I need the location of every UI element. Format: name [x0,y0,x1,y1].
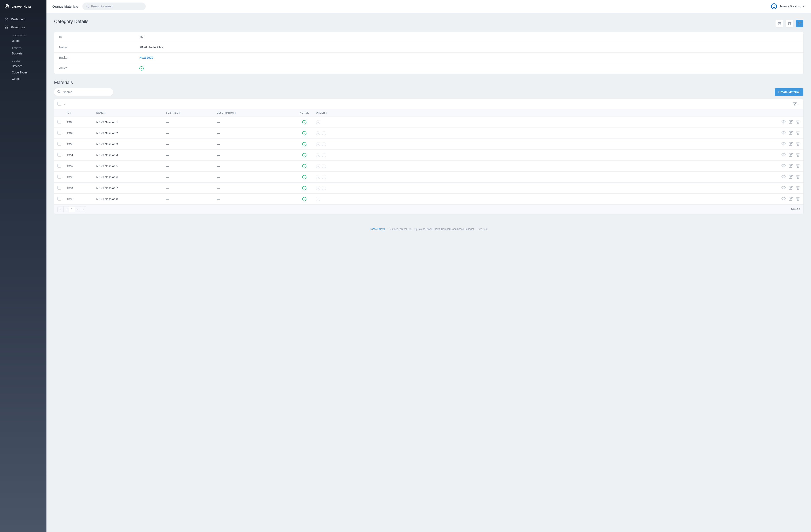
delete-button[interactable] [796,142,800,146]
cell-subtitle: — [166,154,217,157]
sidebar-group-label: ACCOUNTS [0,31,46,37]
search-input[interactable] [82,2,146,10]
order-up-button[interactable] [322,142,326,146]
bucket-link[interactable]: Next 2020 [139,56,153,59]
page-prev[interactable]: ‹ [63,206,69,213]
page-title: Category Details [54,19,89,24]
select-all-checkbox[interactable] [58,102,61,106]
col-order[interactable]: ORDER [316,111,341,114]
cell-active [293,164,316,168]
cell-name: NEXT Session 7 [96,186,166,190]
sidebar-item-codes[interactable]: Codes [0,76,46,82]
cell-name: NEXT Session 2 [96,131,166,135]
sidebar-item-batches[interactable]: Batches [0,63,46,69]
detail-value: 168 [139,35,144,38]
order-down-button[interactable] [316,186,320,190]
pagination-info: 1-8 of 8 [791,208,800,211]
order-up-button[interactable] [322,153,326,157]
materials-table: ID NAME SUBTITLE DESCRIPTION ACTIVE ORDE… [54,99,804,214]
materials-search-input[interactable] [54,88,113,96]
edit-button[interactable] [789,153,793,157]
order-down-button[interactable] [316,142,320,146]
row-checkbox[interactable] [58,120,61,124]
cell-active [293,153,316,157]
order-down-button[interactable] [316,131,320,135]
check-circle-icon [302,153,306,157]
user-menu[interactable]: Jeremy Brayton [771,3,805,10]
select-dropdown[interactable] [63,103,66,106]
delete-button[interactable] [796,186,800,190]
sidebar-item-dashboard[interactable]: Dashboard [0,15,46,23]
sidebar-label: Dashboard [11,17,26,21]
table-row: 1388NEXT Session 1—— [54,117,804,128]
page-next[interactable]: › [75,206,80,213]
page-current[interactable]: 1 [69,206,75,213]
sidebar-brand[interactable]: Laravel Nova [0,0,46,13]
sidebar-item-resources[interactable]: Resources [0,23,46,31]
row-checkbox[interactable] [58,175,61,178]
col-description[interactable]: DESCRIPTION [217,111,293,114]
edit-button[interactable] [789,186,793,190]
view-button[interactable] [781,163,786,169]
order-down-button[interactable] [316,175,320,179]
order-down-button[interactable] [316,153,320,157]
sort-icon [70,112,71,114]
row-checkbox[interactable] [58,197,61,201]
col-subtitle[interactable]: SUBTITLE [166,111,217,114]
delete-button[interactable] [796,197,800,201]
row-checkbox[interactable] [58,186,61,190]
order-up-button[interactable] [322,164,326,168]
table-header: ID NAME SUBTITLE DESCRIPTION ACTIVE ORDE… [54,109,804,117]
app-title: Orange Materials [52,5,78,8]
row-checkbox[interactable] [58,153,61,157]
create-material-button[interactable]: Create Material [775,88,804,96]
filter-button[interactable] [793,102,800,106]
page-first[interactable]: « [58,206,64,213]
sort-icon [104,112,106,114]
search-icon [57,90,61,94]
delete-button[interactable] [796,120,800,125]
cell-description: — [217,142,293,146]
edit-button[interactable] [789,175,793,179]
cell-active [293,131,316,135]
view-button[interactable] [781,131,786,136]
edit-button[interactable] [789,142,793,146]
footer-copyright: © 2022 Laravel LLC - By Taylor Otwell, D… [390,228,475,231]
view-button[interactable] [781,197,786,201]
view-button[interactable] [781,120,786,125]
edit-button[interactable] [789,120,793,125]
check-circle-icon [302,186,306,190]
sidebar-item-code-types[interactable]: Code Types [0,69,46,76]
edit-button[interactable] [789,131,793,136]
col-id[interactable]: ID [67,111,96,114]
view-button[interactable] [781,153,786,157]
view-button[interactable] [781,142,786,146]
delete-button[interactable] [796,131,800,136]
sidebar-item-buckets[interactable]: Buckets [0,50,46,57]
edit-button[interactable] [789,197,793,201]
footer-version: v2.12.0 [479,228,487,231]
edit-button[interactable] [796,20,804,27]
row-checkbox[interactable] [58,164,61,168]
sidebar-item-users[interactable]: Users [0,37,46,44]
order-down-button[interactable] [316,120,320,124]
cell-id: 1389 [67,131,96,135]
edit-button[interactable] [789,163,793,169]
order-up-button[interactable] [316,197,320,201]
delete-button[interactable] [796,153,800,157]
order-down-button[interactable] [316,164,320,168]
row-checkbox[interactable] [58,142,61,146]
delete-alt-button[interactable] [786,20,793,27]
order-up-button[interactable] [322,186,326,190]
row-checkbox[interactable] [58,131,61,135]
order-up-button[interactable] [322,131,326,135]
footer-link[interactable]: Laravel Nova [370,228,385,231]
delete-button[interactable] [796,163,800,169]
delete-button[interactable] [796,175,800,179]
delete-button[interactable] [776,20,783,27]
view-button[interactable] [781,186,786,190]
order-up-button[interactable] [322,175,326,179]
page-last[interactable]: » [80,206,86,213]
view-button[interactable] [781,175,786,179]
col-name[interactable]: NAME [96,111,166,114]
